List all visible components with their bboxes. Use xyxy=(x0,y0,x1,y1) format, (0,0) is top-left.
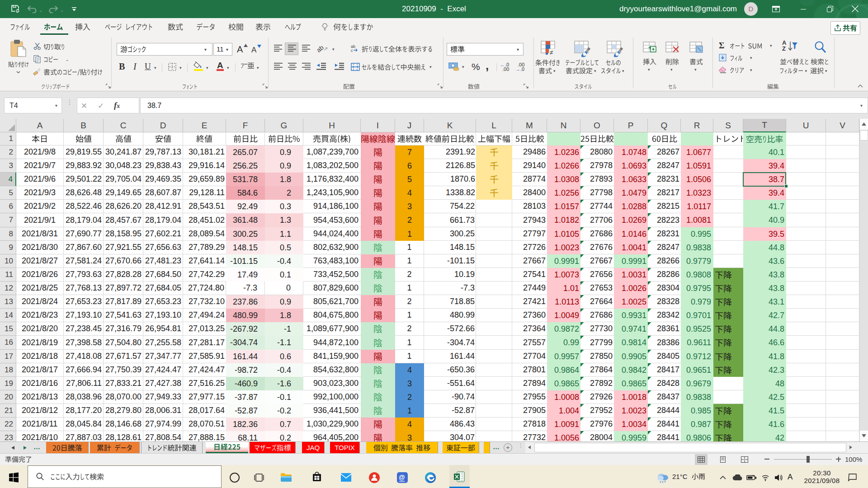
svg-text:menu: menu xyxy=(399,480,405,483)
svg-text:c: c xyxy=(351,48,353,53)
svg-text:≠: ≠ xyxy=(550,49,553,56)
